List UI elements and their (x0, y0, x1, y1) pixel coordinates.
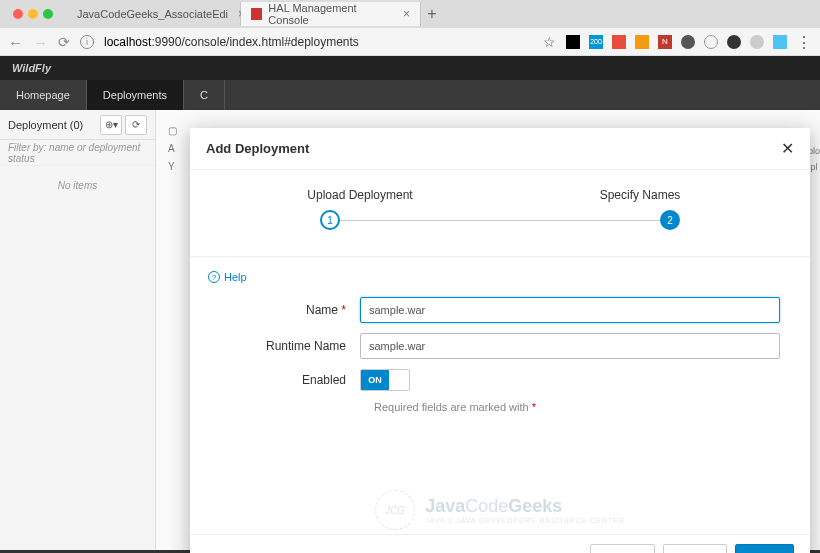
sidebar: Deployment (0) ⊕▾ ⟳ Filter by: name or d… (0, 110, 156, 550)
ext-icon[interactable] (612, 35, 626, 49)
hal-icon (251, 8, 262, 20)
close-icon[interactable]: ✕ (781, 139, 794, 158)
add-deployment-button[interactable]: ⊕▾ (100, 115, 122, 135)
browser-tab-2[interactable]: HAL Management Console × (241, 2, 421, 26)
watermark-logo: JCG (375, 490, 415, 530)
nav-truncated[interactable]: C (184, 80, 225, 110)
forward-button[interactable]: → (33, 34, 48, 51)
deployment-header: Deployment (0) ⊕▾ ⟳ (0, 110, 155, 140)
ext-icon[interactable] (681, 35, 695, 49)
ext-icon[interactable] (566, 35, 580, 49)
ext-icon[interactable]: N (658, 35, 672, 49)
ext-icon[interactable] (635, 35, 649, 49)
close-window-icon[interactable] (13, 9, 23, 19)
ext-icon[interactable] (750, 35, 764, 49)
runtime-name-label: Runtime Name (220, 339, 360, 353)
ext-icon[interactable] (773, 35, 787, 49)
enabled-label: Enabled (220, 373, 360, 387)
back-button[interactable]: ← (8, 34, 23, 51)
modal-title: Add Deployment (206, 141, 309, 156)
modal-header: Add Deployment ✕ (190, 128, 810, 170)
required-note: Required fields are marked with * (374, 401, 780, 413)
add-deployment-modal: Add Deployment ✕ Upload Deployment Speci… (190, 128, 810, 553)
app-brand: WildFly (0, 56, 820, 80)
step-2-indicator[interactable]: 2 (660, 210, 680, 230)
site-info-icon[interactable]: i (80, 35, 94, 49)
browser-chrome: JavaCodeGeeks_AssociateEdi × HAL Managem… (0, 0, 820, 56)
watermark: JCG JavaCodeGeeks JAVA 2 JAVA DEVELOPERS… (375, 490, 625, 530)
filter-input[interactable]: Filter by: name or deployment status (0, 140, 155, 166)
enabled-toggle[interactable]: ON (360, 369, 410, 391)
name-input[interactable] (360, 297, 780, 323)
refresh-button[interactable]: ⟳ (125, 115, 147, 135)
modal-footer: Cancel < Back Finish (190, 534, 810, 553)
menu-icon[interactable]: ⋮ (796, 33, 812, 52)
back-button[interactable]: < Back (663, 544, 727, 554)
help-icon: ? (208, 271, 220, 283)
step-2-label: Specify Names (500, 188, 780, 202)
main-nav: Homepage Deployments C (0, 80, 820, 110)
ext-icon[interactable] (727, 35, 741, 49)
ext-icon[interactable] (704, 35, 718, 49)
finish-button[interactable]: Finish (735, 544, 794, 554)
url-field[interactable]: localhost:9990/console/index.html#deploy… (104, 35, 533, 49)
help-link[interactable]: ? Help (190, 257, 810, 297)
wizard-steps: Upload Deployment Specify Names 1 2 (190, 170, 810, 238)
tab-title: HAL Management Console (268, 2, 393, 26)
deployment-title: Deployment (0) (8, 119, 83, 131)
bookmark-icon[interactable]: ☆ (543, 34, 556, 50)
step-connector (340, 220, 660, 221)
browser-tab-1[interactable]: JavaCodeGeeks_AssociateEdi × (61, 2, 241, 26)
reload-button[interactable]: ⟳ (58, 34, 70, 50)
name-label: Name * (220, 303, 360, 317)
app-viewport: WildFly Homepage Deployments C Deploymen… (0, 56, 820, 553)
cancel-button[interactable]: Cancel (590, 544, 654, 554)
maximize-window-icon[interactable] (43, 9, 53, 19)
nav-deployments[interactable]: Deployments (87, 80, 184, 110)
step-1-label: Upload Deployment (220, 188, 500, 202)
empty-state: No items (0, 166, 155, 205)
nav-homepage[interactable]: Homepage (0, 80, 87, 110)
window-controls (5, 9, 61, 19)
extension-icons: 200 N ⋮ (566, 33, 812, 52)
tab-bar: JavaCodeGeeks_AssociateEdi × HAL Managem… (0, 0, 820, 28)
form-area: Name * Runtime Name Enabled ON Required … (190, 297, 810, 413)
close-tab-icon[interactable]: × (403, 7, 410, 21)
runtime-name-input[interactable] (360, 333, 780, 359)
tab-title: JavaCodeGeeks_AssociateEdi (77, 8, 228, 20)
address-bar: ← → ⟳ i localhost:9990/console/index.htm… (0, 28, 820, 56)
new-tab-button[interactable]: + (421, 5, 443, 23)
ext-icon[interactable]: 200 (589, 35, 603, 49)
minimize-window-icon[interactable] (28, 9, 38, 19)
step-1-indicator[interactable]: 1 (320, 210, 340, 230)
